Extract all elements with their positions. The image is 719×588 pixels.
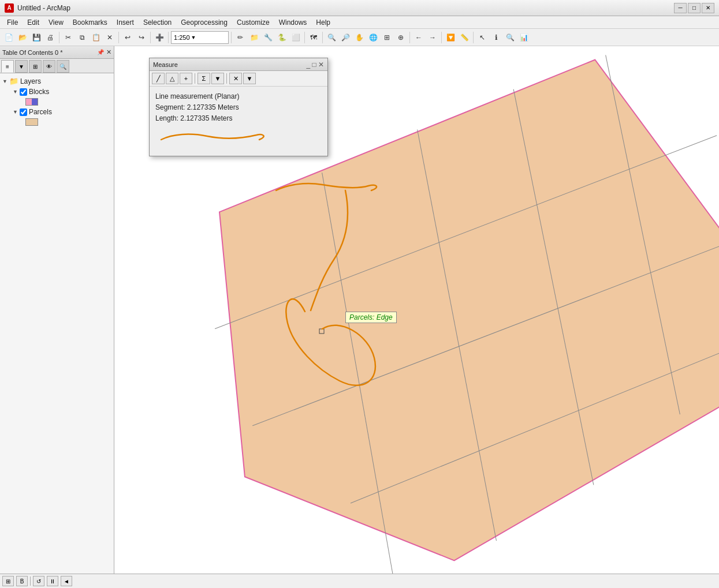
- measure-dialog-header[interactable]: Measure _ □ ✕: [150, 58, 327, 71]
- measure-add-button[interactable]: +: [180, 73, 192, 84]
- parcels-symbol-row: [25, 117, 111, 127]
- toc-tab-search[interactable]: 🔍: [57, 60, 69, 73]
- status-btn-3[interactable]: ↺: [33, 576, 44, 586]
- menu-geoprocessing[interactable]: Geoprocessing: [176, 17, 232, 28]
- title-bar: A Untitled - ArcMap ─ □ ✕: [0, 0, 719, 16]
- scale-dropdown-arrow[interactable]: ▼: [191, 35, 196, 40]
- measure-toolbar: ╱ △ + Σ ▼ ✕ ▼: [150, 71, 327, 87]
- menu-bookmarks[interactable]: Bookmarks: [68, 17, 112, 28]
- python-button[interactable]: 🐍: [275, 31, 288, 44]
- paste-button[interactable]: 📋: [90, 31, 102, 44]
- toc-layers-group: ▼ 📁 Layers ▼ Blocks: [2, 76, 111, 127]
- undo-button[interactable]: ↩: [121, 31, 134, 44]
- measure-sum-dropdown[interactable]: ▼: [211, 73, 224, 84]
- main-area: Table Of Contents 0 * 📌 ✕ ≡ ▼ ⊞ 👁 🔍 ▼ 📁 …: [0, 46, 719, 574]
- layout-view-button[interactable]: 🗺: [307, 31, 320, 44]
- measure-options-button[interactable]: ▼: [243, 73, 256, 84]
- sep2: [118, 32, 119, 43]
- status-btn-2[interactable]: B: [16, 576, 28, 586]
- blocks-expand-arrow[interactable]: ▼: [13, 89, 18, 95]
- menu-selection[interactable]: Selection: [139, 17, 176, 28]
- line-measurement-label: Line measurement (Planar): [155, 91, 322, 102]
- identify-dropdown-button[interactable]: 🔽: [444, 31, 457, 44]
- sep10: [473, 32, 474, 43]
- pan-button[interactable]: ✋: [353, 31, 366, 44]
- minimize-button[interactable]: ─: [674, 3, 687, 13]
- cut-button[interactable]: ✂: [62, 31, 74, 44]
- sep5: [231, 32, 232, 43]
- menu-windows[interactable]: Windows: [274, 17, 312, 28]
- menu-help[interactable]: Help: [311, 17, 335, 28]
- maximize-button[interactable]: □: [688, 3, 701, 13]
- redo-button[interactable]: ↪: [135, 31, 148, 44]
- measure-button[interactable]: 📏: [458, 31, 471, 44]
- sep9: [441, 32, 442, 43]
- measure-clear-button[interactable]: ✕: [229, 73, 242, 84]
- parcels-checkbox[interactable]: [20, 108, 27, 116]
- add-data-button[interactable]: ➕: [153, 31, 166, 44]
- measure-line-button[interactable]: ╱: [152, 73, 165, 84]
- parcels-expand-arrow[interactable]: ▼: [13, 109, 18, 115]
- fixed-zoom-in-button[interactable]: ⊕: [394, 31, 407, 44]
- delete-button[interactable]: ✕: [103, 31, 116, 44]
- close-button[interactable]: ✕: [702, 3, 714, 13]
- arcgis-online-button[interactable]: ℹ: [490, 31, 502, 44]
- status-btn-1[interactable]: ⊞: [2, 576, 14, 586]
- map-area[interactable]: Parcels: Edge Measure _ □ ✕ ╱ △ + Σ ▼ ✕ …: [114, 46, 719, 574]
- measure-dialog-close-button[interactable]: _ □ ✕: [306, 61, 324, 69]
- something-button[interactable]: 📊: [517, 31, 530, 44]
- menu-view[interactable]: View: [44, 17, 68, 28]
- toc-tab-draw-order[interactable]: ▼: [15, 60, 28, 73]
- new-button[interactable]: 📄: [2, 31, 15, 44]
- open-button[interactable]: 📂: [16, 31, 29, 44]
- toc-close-button[interactable]: ✕: [106, 48, 111, 56]
- back-button[interactable]: ←: [412, 31, 425, 44]
- status-btn-5[interactable]: ◄: [61, 576, 72, 586]
- print-button[interactable]: 🖨: [44, 31, 57, 44]
- find-button[interactable]: 🔍: [504, 31, 516, 44]
- menu-file[interactable]: File: [2, 17, 23, 28]
- full-extent-button[interactable]: ⊞: [381, 31, 393, 44]
- blocks-symbol-blue: [32, 99, 38, 105]
- toc-tab-source[interactable]: ⊞: [29, 60, 42, 73]
- measure-area-button[interactable]: △: [166, 73, 178, 84]
- parcels-layer-row[interactable]: ▼ Parcels: [13, 107, 111, 117]
- sep4: [168, 32, 169, 43]
- blocks-symbol-pink: [26, 99, 32, 105]
- layers-folder-icon: 📁: [9, 77, 18, 85]
- zoom-in-button[interactable]: 🔍: [325, 31, 338, 44]
- blocks-checkbox[interactable]: [20, 88, 27, 96]
- toc-pin-button[interactable]: 📌: [97, 49, 104, 55]
- zoom-out-button[interactable]: 🔎: [339, 31, 352, 44]
- menu-insert[interactable]: Insert: [112, 17, 139, 28]
- toc-tab-list[interactable]: ≡: [1, 60, 14, 73]
- arc-catalog-button[interactable]: 📁: [248, 31, 260, 44]
- toc-layers-header[interactable]: ▼ 📁 Layers: [2, 76, 111, 87]
- window-controls: ─ □ ✕: [674, 3, 714, 13]
- blocks-symbol-row: [25, 97, 111, 107]
- toc-tab-visibility[interactable]: 👁: [43, 60, 55, 73]
- arc-toolbox-button[interactable]: 🔧: [262, 31, 274, 44]
- globe-button[interactable]: 🌐: [367, 31, 379, 44]
- layers-label: Layers: [20, 77, 41, 85]
- sep8: [409, 32, 410, 43]
- forward-button[interactable]: →: [426, 31, 439, 44]
- measure-dialog: Measure _ □ ✕ ╱ △ + Σ ▼ ✕ ▼ Line measure…: [149, 58, 328, 156]
- menu-edit[interactable]: Edit: [23, 17, 44, 28]
- editor-button[interactable]: ✏: [234, 31, 247, 44]
- toc-header: Table Of Contents 0 * 📌 ✕: [0, 46, 114, 59]
- save-button[interactable]: 💾: [30, 31, 43, 44]
- status-sep1: [30, 576, 31, 586]
- app-title: Untitled - ArcMap: [17, 4, 70, 12]
- scale-box[interactable]: 1:250 ▼: [171, 31, 229, 44]
- model-builder-button[interactable]: ⬜: [289, 31, 302, 44]
- sep7: [322, 32, 323, 43]
- blocks-layer-row[interactable]: ▼ Blocks: [13, 87, 111, 97]
- menu-customize[interactable]: Customize: [232, 17, 274, 28]
- status-btn-4[interactable]: ⏸: [47, 576, 58, 586]
- select-button[interactable]: ↖: [476, 31, 489, 44]
- measure-sum-button[interactable]: Σ: [198, 73, 210, 84]
- copy-button[interactable]: ⧉: [76, 31, 88, 44]
- measure-dialog-title: Measure: [153, 61, 306, 68]
- layers-expand-arrow[interactable]: ▼: [2, 78, 8, 84]
